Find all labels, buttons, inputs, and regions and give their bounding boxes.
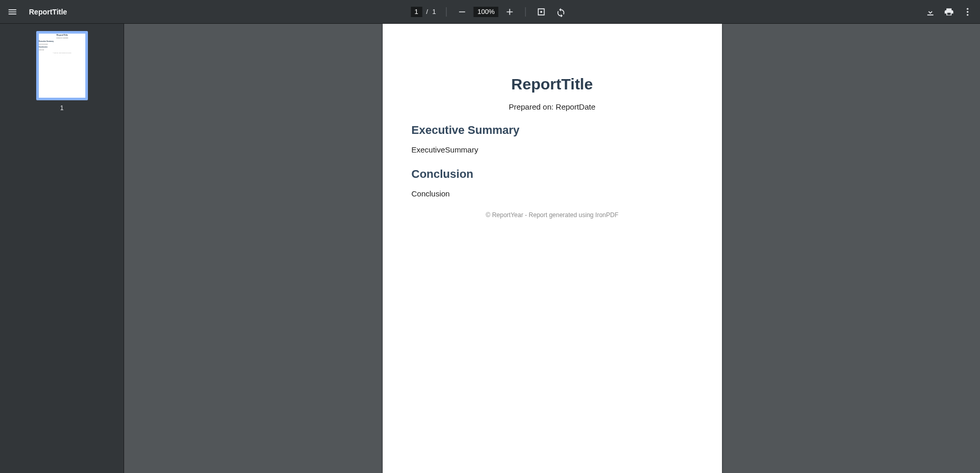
thumbnail-preview: ReportTitle Prepared on: ReportDate Exec… xyxy=(39,34,86,53)
conclusion-heading: Conclusion xyxy=(412,167,693,181)
thumbnail-sidebar: ReportTitle Prepared on: ReportDate Exec… xyxy=(0,24,124,473)
pdf-page: ReportTitle Prepared on: ReportDate Exec… xyxy=(383,24,722,473)
executive-summary-heading: Executive Summary xyxy=(412,124,693,137)
print-button[interactable] xyxy=(941,4,957,20)
fit-page-icon xyxy=(536,7,547,17)
thumb-h2-concl: Conclusion xyxy=(39,47,86,49)
thumb-footer: © ReportYear - Report generated using Ir… xyxy=(39,52,86,53)
menu-icon xyxy=(7,7,18,17)
svg-point-1 xyxy=(967,11,968,12)
report-title: ReportTitle xyxy=(412,75,693,93)
zoom-in-button[interactable] xyxy=(502,4,518,20)
thumbnail-wrapper: ReportTitle Prepared on: ReportDate Exec… xyxy=(36,31,88,112)
page-thumbnail[interactable]: ReportTitle Prepared on: ReportDate Exec… xyxy=(36,31,88,100)
rotate-icon xyxy=(556,7,566,17)
toolbar-divider xyxy=(525,7,526,17)
rotate-button[interactable] xyxy=(553,4,569,20)
thumb-subtitle: Prepared on: ReportDate xyxy=(39,37,86,38)
document-title: ReportTitle xyxy=(29,8,67,16)
thumb-concl-body: Conclusion xyxy=(39,49,86,50)
conclusion-body: Conclusion xyxy=(412,189,693,198)
main-area: ReportTitle Prepared on: ReportDate Exec… xyxy=(0,24,980,473)
menu-button[interactable] xyxy=(4,4,21,20)
zoom-out-button[interactable] xyxy=(454,4,471,20)
toolbar-divider xyxy=(446,7,447,17)
svg-point-2 xyxy=(967,14,968,16)
page-total: 1 xyxy=(432,8,436,16)
report-footer: © ReportYear - Report generated using Ir… xyxy=(412,211,693,219)
more-vert-icon xyxy=(962,7,973,17)
page-separator: / xyxy=(426,8,428,16)
page-viewer[interactable]: ReportTitle Prepared on: ReportDate Exec… xyxy=(124,24,980,473)
page-number-input[interactable] xyxy=(411,7,422,17)
plus-icon xyxy=(505,7,515,17)
download-button[interactable] xyxy=(922,4,939,20)
print-icon xyxy=(944,7,954,17)
pdf-toolbar: ReportTitle / 1 xyxy=(0,0,980,24)
minus-icon xyxy=(457,7,468,17)
zoom-level-input[interactable] xyxy=(474,7,499,17)
executive-summary-body: ExecutiveSummary xyxy=(412,145,693,154)
svg-point-0 xyxy=(967,8,968,9)
thumb-title: ReportTitle xyxy=(39,34,86,36)
fit-page-button[interactable] xyxy=(533,4,550,20)
download-icon xyxy=(925,7,936,17)
thumb-h2-exec: Executive Summary xyxy=(39,40,86,42)
thumb-exec-body: ExecutiveSummary xyxy=(39,43,86,44)
thumbnail-label: 1 xyxy=(60,104,64,112)
report-subtitle: Prepared on: ReportDate xyxy=(412,102,693,111)
more-button[interactable] xyxy=(959,4,976,20)
